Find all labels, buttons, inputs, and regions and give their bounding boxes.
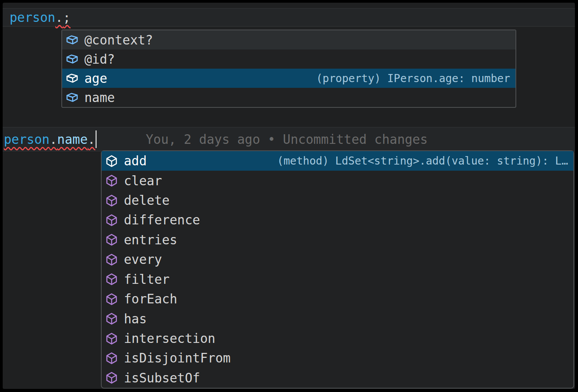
suggestion-label: difference <box>124 212 200 227</box>
symbol-method-icon <box>105 253 118 266</box>
symbol-field-icon <box>66 91 79 104</box>
suggestion-label: delete <box>124 193 170 208</box>
symbol-field-icon <box>66 33 79 46</box>
code-line-person-name[interactable]: person.name. <box>4 128 97 151</box>
symbol-method-icon <box>105 174 118 187</box>
suggestion-item[interactable]: isDisjointFrom <box>102 348 573 368</box>
code-token-dot: . <box>88 132 96 147</box>
suggestion-label: isDisjointFrom <box>124 351 231 366</box>
code-token-dot: . <box>55 10 63 25</box>
symbol-method-icon <box>105 233 118 246</box>
suggest-widget-properties: @context? @id? age (property) IPerson.ag… <box>61 30 516 108</box>
suggestion-item[interactable]: entries <box>102 230 573 250</box>
suggestion-item[interactable]: forEach <box>102 289 573 309</box>
suggestion-item[interactable]: intersection <box>102 329 573 348</box>
suggestion-item[interactable]: difference <box>102 210 573 230</box>
suggestion-label: name <box>84 90 115 105</box>
suggestion-label: clear <box>124 173 162 188</box>
suggestion-item-selected[interactable]: add (method) LdSet<string>.add(value: st… <box>102 151 573 171</box>
suggestion-item[interactable]: delete <box>102 191 573 210</box>
suggestion-label: entries <box>124 232 177 247</box>
symbol-method-icon <box>105 214 118 227</box>
code-token-semicolon: ; <box>63 10 71 25</box>
suggestion-item[interactable]: filter <box>102 270 573 289</box>
symbol-method-icon <box>105 352 118 365</box>
symbol-method-icon <box>105 371 118 384</box>
git-blame-annotation: You, 2 days ago • Uncommitted changes <box>146 128 428 151</box>
screenshot-frame: person.; @context? @id? age (proper <box>0 0 578 392</box>
suggest-widget-methods: add (method) LdSet<string>.add(value: st… <box>101 150 574 389</box>
symbol-method-icon <box>105 155 118 168</box>
suggestion-label: every <box>124 252 162 267</box>
current-line-highlight <box>3 8 575 27</box>
suggestion-label: age <box>84 71 107 86</box>
suggestion-item[interactable]: clear <box>102 171 573 190</box>
suggestion-label: isSubsetOf <box>124 371 200 385</box>
suggestion-label: @context? <box>84 33 153 48</box>
suggestion-label: @id? <box>84 52 115 67</box>
suggestion-item[interactable]: @context? <box>62 30 515 49</box>
suggestion-label: has <box>124 311 147 326</box>
suggestion-item[interactable]: isSubsetOf <box>102 368 573 388</box>
symbol-method-icon <box>105 194 118 207</box>
code-token-property: name <box>57 132 87 147</box>
symbol-field-icon <box>66 53 79 66</box>
code-token-variable: person <box>10 10 55 25</box>
symbol-method-icon <box>105 293 118 306</box>
suggestion-detail: (method) LdSet<string>.add(value: string… <box>269 155 568 167</box>
symbol-method-icon <box>105 332 118 345</box>
suggestion-label: filter <box>124 272 170 287</box>
code-line-person-semicolon[interactable]: person.; <box>10 8 71 27</box>
suggestion-item[interactable]: @id? <box>62 49 515 69</box>
suggestion-item[interactable]: has <box>102 309 573 328</box>
suggestion-label: add <box>124 153 147 168</box>
code-token-variable: person <box>4 132 49 147</box>
suggestion-detail: (property) IPerson.age: number <box>308 72 510 85</box>
suggestion-label: forEach <box>124 292 177 306</box>
symbol-method-icon <box>105 273 118 286</box>
suggestion-label: intersection <box>124 331 215 346</box>
text-cursor <box>96 130 97 148</box>
suggestion-item[interactable]: name <box>62 88 515 107</box>
symbol-field-icon <box>66 72 79 85</box>
suggestion-item-selected[interactable]: age (property) IPerson.age: number <box>62 69 515 88</box>
code-token-dot: . <box>49 132 57 147</box>
suggestion-item[interactable]: every <box>102 250 573 269</box>
symbol-method-icon <box>105 312 118 325</box>
code-editor[interactable]: person.; @context? @id? age (proper <box>3 3 575 389</box>
